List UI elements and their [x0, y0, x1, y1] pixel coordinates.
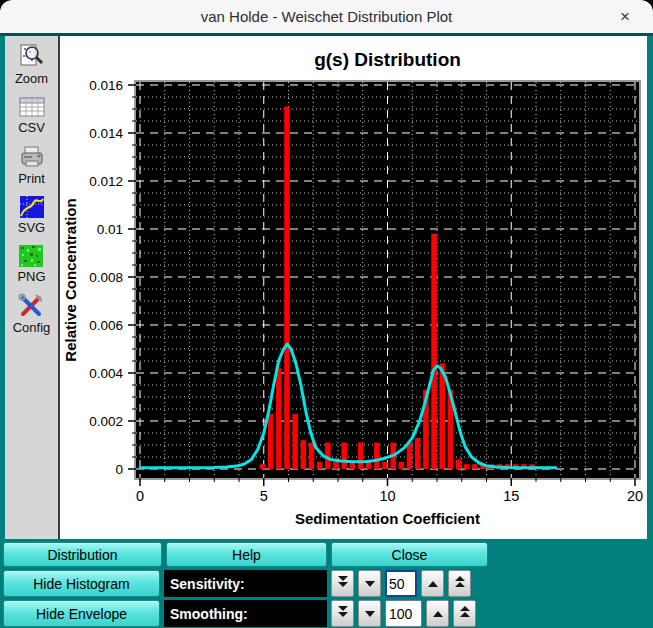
- config-tool-label: Config: [13, 320, 51, 335]
- zoom-tool-label: Zoom: [15, 71, 48, 86]
- svg-text:0.012: 0.012: [89, 174, 123, 189]
- svg-text:Relative Concentration: Relative Concentration: [62, 198, 79, 361]
- svg-text:15: 15: [503, 488, 519, 504]
- smoothing-fast-increment-button[interactable]: [453, 600, 476, 627]
- svg-text:5: 5: [260, 488, 268, 504]
- up-arrow-icon: [432, 605, 444, 623]
- svg-text:Sedimentation Coefficient: Sedimentation Coefficient: [295, 510, 480, 527]
- close-icon[interactable]: ×: [613, 5, 637, 29]
- zoom-tool-button[interactable]: Zoom: [15, 43, 48, 86]
- print-tool-label: Print: [18, 171, 45, 186]
- svg-text:0.016: 0.016: [89, 78, 123, 93]
- zoom-icon: [17, 43, 45, 70]
- png-icon: [18, 244, 44, 268]
- svg-text:0: 0: [136, 488, 144, 504]
- svg-tool-label: SVG: [18, 220, 45, 235]
- svg-text:0.01: 0.01: [97, 222, 123, 237]
- smoothing-fast-decrement-button[interactable]: [331, 600, 354, 627]
- close-button[interactable]: Close: [331, 542, 488, 567]
- sensitivity-label: Sensitivity:: [164, 570, 327, 597]
- svg-text:0.006: 0.006: [89, 318, 123, 333]
- csv-tool-label: CSV: [18, 120, 45, 135]
- down-arrow-icon: [364, 605, 376, 623]
- smoothing-label: Smoothing:: [164, 600, 327, 627]
- double-up-arrow-icon: [459, 605, 471, 623]
- toolbar-sidebar: Zoom CSV: [5, 36, 60, 539]
- png-tool-label: PNG: [17, 269, 45, 284]
- svg-tool-button[interactable]: SVG: [18, 195, 45, 235]
- svg-text:0.004: 0.004: [89, 366, 123, 381]
- help-button[interactable]: Help: [166, 542, 327, 567]
- hide-envelope-button[interactable]: Hide Envelope: [3, 600, 160, 627]
- svg-text:10: 10: [379, 488, 395, 504]
- svg-text:20: 20: [627, 488, 643, 504]
- sensitivity-fast-increment-button[interactable]: [448, 570, 471, 597]
- svg-text:0: 0: [115, 462, 123, 477]
- hide-histogram-button[interactable]: Hide Histogram: [3, 570, 160, 597]
- plot-canvas[interactable]: 00.0020.0040.0060.0080.010.0120.0140.016…: [60, 36, 647, 539]
- svg-text:0.002: 0.002: [89, 414, 123, 429]
- distribution-plot[interactable]: 00.0020.0040.0060.0080.010.0120.0140.016…: [60, 36, 647, 539]
- title-bar[interactable]: van Holde - Weischet Distribution Plot ×: [0, 0, 653, 36]
- config-tool-button[interactable]: Config: [13, 293, 51, 335]
- svg-icon: [19, 195, 45, 219]
- svg-text:0.014: 0.014: [89, 126, 123, 141]
- control-panel: Distribution Help Close Hide Histogram S…: [0, 539, 653, 627]
- sensitivity-decrement-button[interactable]: [358, 570, 381, 597]
- distribution-button[interactable]: Distribution: [3, 542, 162, 567]
- print-icon: [18, 144, 46, 170]
- csv-tool-button[interactable]: CSV: [18, 95, 46, 135]
- svg-text:g(s) Distribution: g(s) Distribution: [314, 49, 461, 70]
- sensitivity-increment-button[interactable]: [421, 570, 444, 597]
- config-icon: [17, 293, 45, 319]
- down-arrow-icon: [364, 575, 376, 593]
- sensitivity-fast-decrement-button[interactable]: [331, 570, 354, 597]
- smoothing-input[interactable]: [385, 600, 422, 627]
- print-tool-button[interactable]: Print: [18, 144, 46, 186]
- double-down-arrow-icon: [337, 605, 349, 623]
- main-area: Zoom CSV: [0, 36, 653, 539]
- smoothing-increment-button[interactable]: [426, 600, 449, 627]
- csv-icon: [18, 95, 46, 119]
- up-arrow-icon: [427, 575, 439, 593]
- smoothing-decrement-button[interactable]: [358, 600, 381, 627]
- plot-window: van Holde - Weischet Distribution Plot ×…: [0, 0, 653, 628]
- double-up-arrow-icon: [454, 575, 466, 593]
- sensitivity-input[interactable]: [385, 570, 417, 597]
- svg-text:0.008: 0.008: [89, 270, 123, 285]
- png-tool-button[interactable]: PNG: [17, 244, 45, 284]
- window-title: van Holde - Weischet Distribution Plot: [201, 8, 453, 25]
- double-down-arrow-icon: [337, 575, 349, 593]
